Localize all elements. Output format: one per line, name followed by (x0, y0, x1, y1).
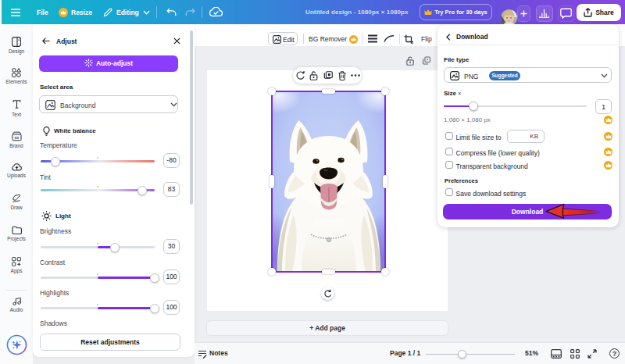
svg-text:co: co (14, 136, 19, 140)
